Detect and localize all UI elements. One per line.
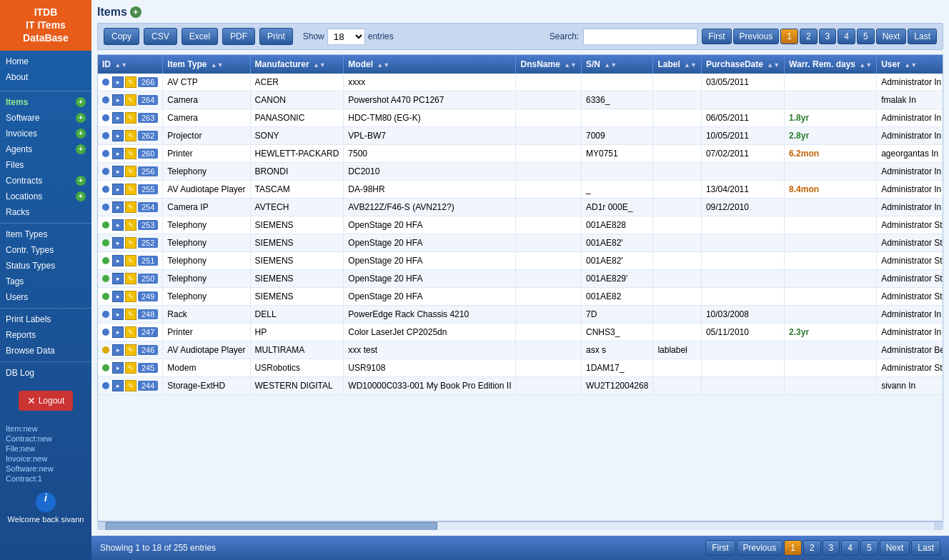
page-5-bottom[interactable]: 5 (860, 540, 878, 556)
sidebar-item-contracts[interactable]: Contracts + (0, 173, 91, 189)
last-button-top[interactable]: Last (908, 29, 937, 44)
quick-link-item-new[interactable]: Item:new (6, 424, 86, 434)
page-3-bottom[interactable]: 3 (823, 540, 840, 556)
page-2-bottom[interactable]: 2 (803, 540, 821, 556)
last-button-bottom[interactable]: Last (911, 540, 940, 556)
add-contracts-icon[interactable]: + (76, 176, 86, 186)
edit-button[interactable]: ✎ (125, 112, 136, 124)
scroll-thumb[interactable] (106, 522, 437, 531)
col-user[interactable]: User ▲▼ (877, 55, 943, 74)
view-button[interactable]: ▸ (112, 362, 124, 374)
first-button-bottom[interactable]: First (705, 540, 735, 556)
col-model[interactable]: Model ▲▼ (344, 55, 516, 74)
view-button[interactable]: ▸ (112, 255, 124, 266)
sidebar-item-print-labels[interactable]: Print Labels (0, 311, 91, 327)
edit-button[interactable]: ✎ (125, 326, 136, 338)
edit-button[interactable]: ✎ (125, 344, 136, 356)
horizontal-scrollbar[interactable] (97, 521, 943, 530)
view-button[interactable]: ▸ (112, 326, 124, 338)
page-4-top[interactable]: 4 (838, 29, 855, 44)
view-button[interactable]: ▸ (112, 148, 124, 159)
add-locations-icon[interactable]: + (76, 191, 86, 201)
previous-button-top[interactable]: Previous (733, 29, 780, 44)
view-button[interactable]: ▸ (112, 380, 124, 391)
next-button-top[interactable]: Next (876, 29, 907, 44)
col-dnsname[interactable]: DnsName ▲▼ (516, 55, 582, 74)
sidebar-item-locations[interactable]: Locations + (0, 189, 91, 204)
print-button[interactable]: Print (259, 28, 293, 45)
csv-button[interactable]: CSV (144, 28, 177, 45)
sidebar-item-db-log[interactable]: DB Log (0, 365, 91, 381)
view-button[interactable]: ▸ (112, 344, 124, 356)
col-label[interactable]: Label ▲▼ (653, 55, 702, 74)
sidebar-item-invoices[interactable]: Invoices + (0, 126, 91, 141)
edit-button[interactable]: ✎ (125, 380, 136, 391)
sidebar-item-tags[interactable]: Tags (0, 274, 91, 289)
scroll-track[interactable] (106, 522, 935, 531)
add-item-icon[interactable]: + (130, 6, 141, 18)
page-1-bottom[interactable]: 1 (784, 540, 802, 556)
sidebar-item-browse-data[interactable]: Browse Data (0, 343, 91, 359)
quick-link-file-new[interactable]: File:new (6, 444, 86, 454)
edit-button[interactable]: ✎ (125, 255, 136, 266)
col-manufacturer[interactable]: Manufacturer ▲▼ (250, 55, 344, 74)
entries-select[interactable]: 18 25 50 100 (327, 29, 365, 45)
excel-button[interactable]: Excel (182, 28, 218, 45)
search-input[interactable] (583, 29, 697, 45)
col-sn[interactable]: S/N ▲▼ (581, 55, 652, 74)
add-items-icon[interactable]: + (76, 97, 86, 107)
sidebar-item-reports[interactable]: Reports (0, 327, 91, 343)
next-button-bottom[interactable]: Next (880, 540, 910, 556)
sidebar-item-files[interactable]: Files (0, 157, 91, 173)
edit-button[interactable]: ✎ (125, 219, 136, 231)
sidebar-item-contr-types[interactable]: Contr. Types (0, 242, 91, 258)
sidebar-item-about[interactable]: About (0, 69, 91, 85)
edit-button[interactable]: ✎ (125, 291, 136, 302)
sidebar-item-item-types[interactable]: Item Types (0, 226, 91, 242)
edit-button[interactable]: ✎ (125, 166, 136, 177)
view-button[interactable]: ▸ (112, 184, 124, 195)
sidebar-item-status-types[interactable]: Status Types (0, 258, 91, 274)
quick-link-software-new[interactable]: Software:new (6, 464, 86, 474)
edit-button[interactable]: ✎ (125, 130, 136, 141)
view-button[interactable]: ▸ (112, 130, 124, 141)
view-button[interactable]: ▸ (112, 309, 124, 320)
logout-button[interactable]: ✕ Logout (19, 391, 74, 411)
first-button-top[interactable]: First (702, 29, 731, 44)
view-button[interactable]: ▸ (112, 273, 124, 284)
page-2-top[interactable]: 2 (800, 29, 818, 44)
view-button[interactable]: ▸ (112, 237, 124, 249)
pdf-button[interactable]: PDF (222, 28, 255, 45)
edit-button[interactable]: ✎ (125, 94, 136, 106)
edit-button[interactable]: ✎ (125, 362, 136, 374)
sidebar-item-home[interactable]: Home (0, 54, 91, 69)
edit-button[interactable]: ✎ (125, 201, 136, 213)
add-invoices-icon[interactable]: + (76, 129, 86, 139)
quick-link-invoice-new[interactable]: Invoice:new (6, 454, 86, 464)
view-button[interactable]: ▸ (112, 94, 124, 106)
sidebar-item-racks[interactable]: Racks (0, 204, 91, 220)
copy-button[interactable]: Copy (104, 28, 139, 45)
view-button[interactable]: ▸ (112, 112, 124, 124)
edit-button[interactable]: ✎ (125, 184, 136, 195)
edit-button[interactable]: ✎ (125, 273, 136, 284)
col-id[interactable]: ID ▲▼ (98, 55, 163, 74)
col-purchase-date[interactable]: PurchaseDate ▲▼ (701, 55, 784, 74)
page-3-top[interactable]: 3 (819, 29, 837, 44)
sidebar-item-agents[interactable]: Agents + (0, 141, 91, 157)
sidebar-item-items[interactable]: Items + (0, 94, 91, 110)
add-software-icon[interactable]: + (76, 113, 86, 123)
page-5-top[interactable]: 5 (857, 29, 875, 44)
col-warr[interactable]: Warr. Rem. days ▲▼ (785, 55, 877, 74)
add-agents-icon[interactable]: + (76, 144, 86, 154)
view-button[interactable]: ▸ (112, 201, 124, 213)
view-button[interactable]: ▸ (112, 219, 124, 231)
edit-button[interactable]: ✎ (125, 148, 136, 159)
sidebar-item-users[interactable]: Users (0, 289, 91, 305)
edit-button[interactable]: ✎ (125, 309, 136, 320)
page-4-bottom[interactable]: 4 (841, 540, 859, 556)
previous-button-bottom[interactable]: Previous (737, 540, 783, 556)
edit-button[interactable]: ✎ (125, 76, 136, 88)
edit-button[interactable]: ✎ (125, 237, 136, 249)
quick-link-contract-1[interactable]: Contract:1 (6, 474, 86, 484)
